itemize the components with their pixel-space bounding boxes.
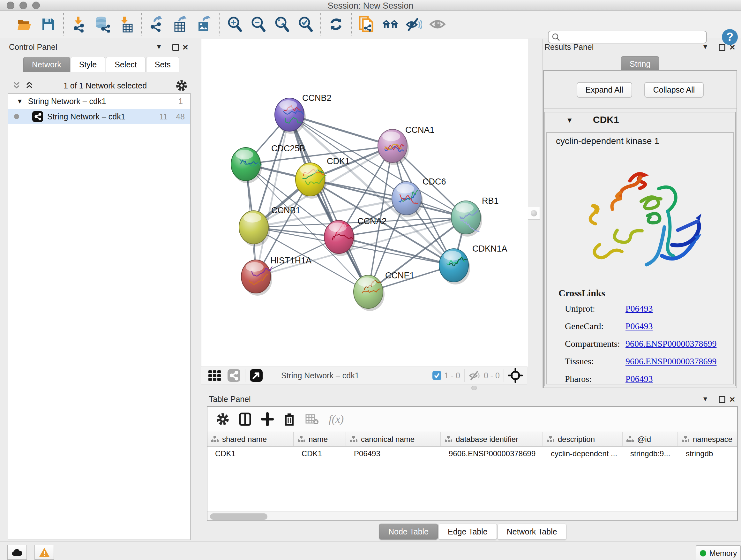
network-view-icon[interactable] — [227, 368, 241, 382]
table-row[interactable]: CDK1CDK1P064939606.ENSP00000378699cyclin… — [207, 447, 737, 461]
cell-databaseidentifier[interactable]: 9606.ENSP00000378699 — [441, 447, 543, 461]
zoom-in-button[interactable] — [226, 16, 243, 33]
table-panel-float-icon[interactable] — [719, 396, 725, 403]
collapse-all-button[interactable]: Collapse All — [644, 82, 704, 98]
node-table: f(x) shared namenamecanonical namedataba… — [207, 406, 738, 521]
network-canvas[interactable]: CCNB2CCNA1CDC25BCDK1CDC6RB1CCNB1CCNA2CDK… — [201, 39, 528, 367]
tab-string[interactable]: String — [621, 56, 659, 71]
cell-sharedname[interactable]: CDK1 — [207, 447, 294, 461]
show-all-button[interactable] — [429, 16, 446, 33]
expand-all-button[interactable]: Expand All — [577, 82, 632, 98]
crosslink-link[interactable]: 9606.ENSP00000378699 — [625, 356, 717, 367]
results-panel-collapse-icon[interactable]: ▾ — [703, 43, 707, 51]
node-CDK1[interactable] — [295, 163, 327, 199]
clone-network-button[interactable] — [358, 16, 375, 33]
save-session-button[interactable] — [40, 16, 57, 33]
search-field[interactable] — [548, 30, 707, 44]
column-header-databaseidentifier[interactable]: database identifier — [441, 432, 543, 446]
crosslink-link[interactable]: P06493 — [625, 321, 653, 331]
tab-select[interactable]: Select — [106, 57, 145, 72]
delete-column-trash-icon[interactable] — [283, 412, 295, 426]
crosslink-link[interactable]: P06493 — [625, 374, 653, 384]
cloud-button[interactable] — [7, 545, 27, 560]
network-options-gear-icon[interactable] — [176, 80, 187, 91]
zoom-out-button[interactable] — [250, 16, 266, 33]
results-panel-float-icon[interactable] — [719, 44, 725, 51]
control-panel-close-icon[interactable]: × — [183, 44, 188, 51]
control-panel-collapse-icon[interactable]: ▾ — [157, 43, 161, 51]
cell-namespace[interactable]: stringdb — [678, 447, 738, 461]
cell-description[interactable]: cyclin-dependent ... — [543, 447, 623, 461]
crosslink-link[interactable]: P06493 — [625, 304, 653, 314]
cell-canonicalname[interactable]: P06493 — [346, 447, 441, 461]
scrollbar-thumb[interactable] — [210, 513, 267, 520]
network-collection-row[interactable]: ▼ String Network – cdk1 1 — [8, 94, 190, 109]
memory-button[interactable]: Memory — [696, 545, 741, 560]
gene-section-collapse-icon[interactable]: ▼ — [566, 116, 573, 125]
first-neighbors-button[interactable] — [382, 16, 399, 33]
expand-all-chevron-icon[interactable] — [12, 81, 22, 90]
node-CDKN1A[interactable] — [439, 249, 470, 285]
node-RB1[interactable] — [451, 201, 482, 237]
control-panel-float-icon[interactable] — [172, 44, 179, 51]
grid-view-icon[interactable] — [208, 369, 222, 382]
tab-style[interactable]: Style — [71, 57, 106, 72]
selected-checkbox-icon[interactable] — [432, 371, 442, 380]
toolbar-separator — [320, 13, 321, 36]
tab-node-table[interactable]: Node Table — [379, 523, 438, 540]
tab-network[interactable]: Network — [23, 57, 70, 72]
table-panel-close-icon[interactable]: × — [730, 396, 735, 403]
import-table-file-button[interactable] — [118, 16, 134, 33]
edge-CCNB2-HIST1H1A[interactable] — [256, 115, 289, 276]
table-horizontal-scrollbar[interactable] — [207, 511, 737, 521]
import-network-database-button[interactable] — [94, 16, 111, 33]
hidden-eye-icon[interactable] — [468, 370, 481, 381]
cell-name[interactable]: CDK1 — [294, 447, 346, 461]
export-table-button[interactable] — [172, 16, 189, 33]
network-graph[interactable]: CCNB2CCNA1CDC25BCDK1CDC6RB1CCNB1CCNA2CDK… — [201, 39, 528, 367]
tab-edge-table[interactable]: Edge Table — [439, 523, 497, 540]
export-image-button[interactable] — [196, 16, 212, 33]
results-panel-close-icon[interactable]: × — [730, 44, 735, 51]
crosshair-icon[interactable] — [508, 368, 523, 383]
zoom-fit-button[interactable] — [273, 16, 290, 33]
cell-id[interactable]: stringdb:9... — [623, 447, 678, 461]
add-column-icon[interactable] — [261, 412, 274, 426]
column-header-sharedname[interactable]: shared name — [207, 432, 294, 446]
node-CDC25B[interactable] — [231, 147, 262, 183]
column-header-namespace[interactable]: namespace — [678, 432, 738, 446]
collapse-all-chevron-icon[interactable] — [25, 81, 35, 90]
search-input[interactable] — [560, 32, 706, 42]
network-row-selected[interactable]: String Network – cdk1 11 48 — [8, 109, 190, 124]
column-header-id[interactable]: @id — [623, 432, 678, 446]
crosslink-link[interactable]: 9606.ENSP00000378699 — [625, 339, 717, 349]
delete-table-icon — [305, 414, 319, 425]
warnings-button[interactable] — [35, 545, 54, 560]
tab-network-table[interactable]: Network Table — [497, 523, 566, 540]
export-network-button[interactable] — [148, 16, 165, 33]
crosslink-row: Tissues:9606.ENSP00000378699 — [565, 356, 731, 367]
network-row-label: String Network – cdk1 — [47, 112, 125, 121]
show-columns-icon[interactable] — [239, 412, 252, 426]
open-session-button[interactable] — [16, 16, 33, 33]
table-options-gear-icon[interactable] — [216, 413, 229, 426]
panel-splitter-handle[interactable] — [528, 207, 540, 220]
zoom-selected-button[interactable] — [297, 16, 314, 33]
hide-selected-button[interactable] — [406, 16, 422, 33]
collection-expand-icon[interactable]: ▼ — [17, 98, 23, 105]
column-header-description[interactable]: description — [543, 432, 623, 446]
table-panel-collapse-icon[interactable]: ▾ — [703, 395, 707, 402]
launch-view-icon[interactable] — [249, 368, 263, 382]
node-HIST1H1A[interactable] — [241, 260, 272, 296]
refresh-view-button[interactable] — [328, 16, 344, 33]
table-header-row: shared namenamecanonical namedatabase id… — [207, 432, 737, 447]
import-network-file-button[interactable] — [71, 16, 87, 33]
horizontal-splitter-handle[interactable] — [471, 386, 477, 390]
node-CCNE1[interactable] — [354, 275, 385, 311]
node-CCNA1[interactable] — [378, 129, 409, 165]
footer-separator — [503, 369, 504, 382]
column-header-name[interactable]: name — [294, 432, 346, 446]
node-CCNB2[interactable] — [275, 98, 306, 134]
column-header-canonicalname[interactable]: canonical name — [346, 432, 441, 446]
tab-sets[interactable]: Sets — [146, 57, 179, 72]
